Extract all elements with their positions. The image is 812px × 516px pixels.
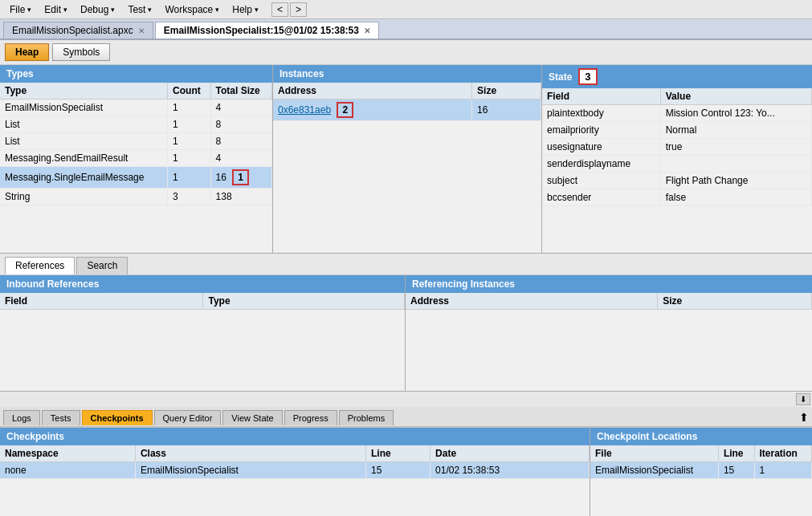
state-col-field: Field (542, 88, 660, 105)
scroll-down-icon[interactable]: ⬇ (796, 393, 810, 405)
field-cell: usesignature (542, 139, 660, 156)
file-cell: EmailMissionSpecialist (590, 462, 718, 479)
referring-table: Address Size (406, 293, 812, 391)
tab-problems[interactable]: Problems (339, 410, 394, 425)
size-cell: 16 1 (210, 167, 271, 189)
type-cell: String (0, 189, 168, 205)
menu-help[interactable]: Help ▾ (226, 2, 265, 17)
symbols-button[interactable]: Symbols (52, 43, 110, 61)
table-row[interactable]: Messaging.SingleEmailMessage 1 16 1 (0, 167, 272, 189)
inbound-table: Field Type (0, 293, 405, 391)
count-cell: 1 (168, 150, 210, 167)
types-col-size: Total Size (210, 83, 271, 100)
inbound-header: Inbound References (0, 275, 405, 293)
heap-button[interactable]: Heap (5, 43, 49, 61)
type-cell: List (0, 133, 168, 150)
tab-emailmission-apxc[interactable]: EmailMissionSpecialist.apxc ✕ (3, 22, 153, 39)
ref-col-address: Address (406, 293, 658, 310)
workspace-arrow-icon: ▾ (215, 6, 219, 14)
table-row[interactable]: EmailMissionSpecialist 15 1 (590, 462, 812, 479)
size-cell: 8 (210, 133, 271, 150)
tab-bar: EmailMissionSpecialist.apxc ✕ EmailMissi… (0, 19, 812, 40)
close-icon[interactable]: ✕ (138, 26, 145, 35)
menu-bar: File ▾ Edit ▾ Debug ▾ Test ▾ Workspace ▾… (0, 0, 812, 19)
tab-search[interactable]: Search (76, 257, 128, 274)
types-col-type: Type (0, 83, 168, 100)
inbound-col-type: Type (203, 293, 405, 310)
types-table: Type Count Total Size EmailMissionSpecia… (0, 83, 272, 253)
state-header: State 3 (542, 65, 812, 88)
count-cell: 3 (168, 189, 210, 205)
cpl-col-iteration: Iteration (754, 445, 812, 462)
tab-checkpoints[interactable]: Checkpoints (82, 410, 153, 425)
type-cell: List (0, 116, 168, 133)
checkpoints-section: Checkpoints Namespace Class Line Date no… (0, 428, 812, 516)
table-row[interactable]: Messaging.SendEmailResult 1 4 (0, 150, 272, 167)
line-cell: 15 (366, 462, 430, 479)
inst-col-size: Size (472, 83, 541, 100)
menu-workspace[interactable]: Workspace ▾ (158, 2, 226, 17)
menu-debug[interactable]: Debug ▾ (74, 2, 121, 17)
tab-logs[interactable]: Logs (3, 410, 40, 425)
tab-label: EmailMissionSpecialist:15@01/02 15:38:53 (164, 25, 359, 36)
tab-progress[interactable]: Progress (284, 410, 337, 425)
tab-tests[interactable]: Tests (42, 410, 80, 425)
inbound-col-field: Field (0, 293, 203, 310)
table-row[interactable]: EmailMissionSpecialist 1 4 (0, 100, 272, 116)
line-cell: 15 (718, 462, 754, 479)
nav-prev-button[interactable]: < (271, 2, 288, 17)
count-cell: 1 (168, 133, 210, 150)
references-section: Inbound References Field Type Referencin… (0, 275, 812, 392)
referring-panel: Referencing Instances Address Size (406, 275, 812, 391)
types-col-count: Count (168, 83, 210, 100)
size-cell: 138 (210, 189, 271, 205)
table-row: senderdisplayname (542, 156, 812, 173)
debug-arrow-icon: ▾ (111, 6, 115, 14)
scroll-indicator: ⬇ (0, 392, 812, 407)
namespace-cell: none (0, 462, 135, 479)
menu-file[interactable]: File ▾ (3, 2, 38, 17)
test-arrow-icon: ▾ (148, 6, 152, 14)
tab-label: EmailMissionSpecialist.apxc (12, 25, 133, 36)
tab-references[interactable]: References (5, 257, 75, 274)
iteration-cell: 1 (754, 462, 812, 479)
table-row[interactable]: none EmailMissionSpecialist 15 01/02 15:… (0, 462, 590, 479)
table-row[interactable]: List 1 8 (0, 116, 272, 133)
tab-view-state[interactable]: View State (222, 410, 282, 425)
referring-header: Referencing Instances (406, 275, 812, 293)
checkpoints-header: Checkpoints (0, 428, 590, 445)
table-row: bccsender false (542, 189, 812, 206)
cp-col-class: Class (135, 445, 365, 462)
menu-test[interactable]: Test ▾ (121, 2, 158, 17)
field-cell: bccsender (542, 189, 660, 206)
state-col-value: Value (660, 88, 811, 105)
table-row[interactable]: List 1 8 (0, 133, 272, 150)
count-cell: 1 (168, 100, 210, 116)
cp-locations-table: File Line Iteration EmailMissionSpeciali… (590, 445, 812, 516)
value-cell (660, 156, 811, 173)
checkpoints-table: Namespace Class Line Date none EmailMiss… (0, 445, 590, 516)
table-row: plaintextbody Mission Control 123: Yo... (542, 105, 812, 122)
ref-tabs-bar: References Search (0, 254, 812, 275)
cp-col-namespace: Namespace (0, 445, 135, 462)
address-cell: 0x6e831aeb 2 (273, 100, 472, 121)
value-cell: Normal (660, 122, 811, 139)
table-row: emailpriority Normal (542, 122, 812, 139)
state-title: State (549, 71, 572, 83)
field-cell: plaintextbody (542, 105, 660, 122)
tab-emailmission-debug[interactable]: EmailMissionSpecialist:15@01/02 15:38:53… (155, 22, 379, 39)
ref-col-size: Size (658, 293, 812, 310)
cpl-col-line: Line (718, 445, 754, 462)
tab-query-editor[interactable]: Query Editor (154, 410, 222, 425)
expand-icon[interactable]: ⬆ (799, 411, 809, 424)
type-cell: Messaging.SendEmailResult (0, 150, 168, 167)
menu-edit[interactable]: Edit ▾ (38, 2, 74, 17)
cp-locations-panel: Checkpoint Locations File Line Iteration… (590, 428, 812, 516)
checkpoints-panel: Checkpoints Namespace Class Line Date no… (0, 428, 590, 516)
inbound-panel: Inbound References Field Type (0, 275, 406, 391)
table-row[interactable]: String 3 138 (0, 189, 272, 205)
value-cell: Mission Control 123: Yo... (660, 105, 811, 122)
close-icon[interactable]: ✕ (364, 26, 370, 35)
nav-next-button[interactable]: > (290, 2, 307, 17)
table-row[interactable]: 0x6e831aeb 2 16 (273, 100, 541, 121)
